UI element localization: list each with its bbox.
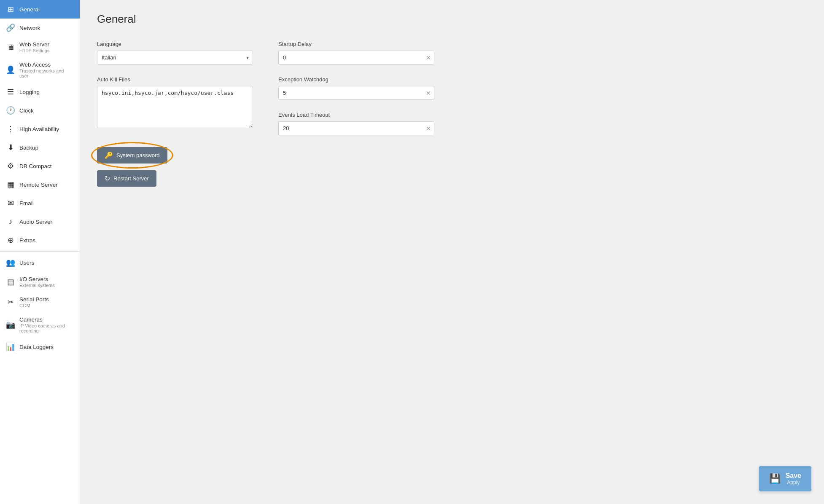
sidebar-item-label-cameras: Cameras bbox=[19, 316, 74, 323]
sidebar-item-label-clock: Clock bbox=[19, 107, 34, 114]
sidebar-item-audio-server[interactable]: ♪Audio Server bbox=[0, 212, 80, 231]
system-password-wrapper: 🔑 System password bbox=[97, 147, 167, 164]
startup-delay-input[interactable] bbox=[278, 51, 434, 64]
startup-delay-group: Startup Delay ✕ bbox=[278, 41, 434, 64]
sidebar-item-text-high-availability: High Availability bbox=[19, 126, 59, 132]
events-load-timeout-clear-button[interactable]: ✕ bbox=[426, 126, 431, 131]
sidebar-item-web-access[interactable]: 👤Web AccessTrusted networks and user bbox=[0, 57, 80, 83]
sidebar-item-label-data-loggers: Data Loggers bbox=[19, 344, 54, 350]
language-select[interactable]: ItalianEnglishGermanFrenchSpanish bbox=[97, 51, 253, 64]
startup-delay-clear-button[interactable]: ✕ bbox=[426, 55, 431, 61]
web-access-icon: 👤 bbox=[6, 65, 15, 75]
sidebar-item-label-web-access: Web Access bbox=[19, 62, 74, 68]
sidebar-item-label-web-server: Web Server bbox=[19, 41, 49, 48]
sidebar-item-label-audio-server: Audio Server bbox=[19, 219, 52, 225]
sidebar-item-text-backup: Backup bbox=[19, 145, 38, 151]
right-column: Exception Watchdog ✕ Events Load Timeout… bbox=[278, 76, 434, 135]
sidebar-item-high-availability[interactable]: ⋮High Availability bbox=[0, 120, 80, 138]
general-icon: ⊞ bbox=[6, 5, 15, 14]
settings-form: Language ItalianEnglishGermanFrenchSpani… bbox=[97, 41, 434, 135]
sidebar-item-serial-ports[interactable]: ✂Serial PortsCOM bbox=[0, 292, 80, 312]
backup-icon: ⬇ bbox=[6, 143, 15, 152]
sidebar-item-backup[interactable]: ⬇Backup bbox=[0, 138, 80, 157]
sidebar-item-text-db-compact: DB Compact bbox=[19, 163, 52, 169]
save-apply-text: Save Apply bbox=[786, 472, 801, 485]
sidebar-item-text-audio-server: Audio Server bbox=[19, 219, 52, 225]
restart-server-button[interactable]: ↻ Restart Server bbox=[97, 170, 156, 187]
save-icon: 💾 bbox=[769, 473, 781, 484]
save-apply-button[interactable]: 💾 Save Apply bbox=[759, 466, 811, 491]
sidebar-item-general[interactable]: ⊞General bbox=[0, 0, 80, 19]
sidebar-item-text-web-access: Web AccessTrusted networks and user bbox=[19, 62, 74, 78]
sidebar-item-db-compact[interactable]: ⚙DB Compact bbox=[0, 157, 80, 175]
sidebar-item-text-extras: Extras bbox=[19, 237, 35, 244]
restart-server-label: Restart Server bbox=[113, 175, 149, 182]
sidebar-item-label-io-servers: I/O Servers bbox=[19, 276, 55, 282]
sidebar-item-data-loggers[interactable]: 📊Data Loggers bbox=[0, 338, 80, 356]
sidebar-item-web-server[interactable]: 🖥Web ServerHTTP Settings bbox=[0, 37, 80, 57]
sidebar-item-remote-server[interactable]: ▦Remote Server bbox=[0, 175, 80, 194]
exception-watchdog-input[interactable] bbox=[278, 86, 434, 100]
events-load-timeout-input[interactable] bbox=[278, 121, 434, 135]
startup-delay-wrapper: ✕ bbox=[278, 51, 434, 64]
sidebar-item-cameras[interactable]: 📷CamerasIP Video cameras and recording bbox=[0, 312, 80, 338]
events-load-timeout-label: Events Load Timeout bbox=[278, 112, 434, 118]
remote-server-icon: ▦ bbox=[6, 180, 15, 189]
cameras-icon: 📷 bbox=[6, 320, 15, 330]
main-content: General Language ItalianEnglishGermanFre… bbox=[80, 0, 824, 504]
sidebar-item-text-web-server: Web ServerHTTP Settings bbox=[19, 41, 49, 53]
language-select-wrapper: ItalianEnglishGermanFrenchSpanish ▾ bbox=[97, 51, 253, 64]
sidebar-item-text-io-servers: I/O ServersExternal systems bbox=[19, 276, 55, 288]
sidebar-item-text-general: General bbox=[19, 6, 40, 13]
sidebar-item-email[interactable]: ✉Email bbox=[0, 194, 80, 212]
serial-ports-icon: ✂ bbox=[6, 298, 15, 307]
sidebar-item-text-cameras: CamerasIP Video cameras and recording bbox=[19, 316, 74, 333]
sidebar-item-label-backup: Backup bbox=[19, 145, 38, 151]
io-servers-icon: ▤ bbox=[6, 277, 15, 287]
extras-icon: ⊕ bbox=[6, 236, 15, 245]
sidebar-item-text-email: Email bbox=[19, 200, 34, 206]
system-password-button[interactable]: 🔑 System password bbox=[97, 147, 167, 164]
exception-watchdog-group: Exception Watchdog ✕ bbox=[278, 76, 434, 100]
events-load-timeout-wrapper: ✕ bbox=[278, 121, 434, 135]
sidebar-item-text-serial-ports: Serial PortsCOM bbox=[19, 296, 49, 308]
sidebar-item-network[interactable]: 🔗Network bbox=[0, 19, 80, 37]
network-icon: 🔗 bbox=[6, 23, 15, 32]
sidebar-item-sub-cameras: IP Video cameras and recording bbox=[19, 323, 74, 333]
sidebar-item-sub-io-servers: External systems bbox=[19, 283, 55, 288]
sidebar-item-label-email: Email bbox=[19, 200, 34, 206]
startup-delay-label: Startup Delay bbox=[278, 41, 434, 47]
sidebar-item-label-general: General bbox=[19, 6, 40, 13]
sidebar-item-sub-serial-ports: COM bbox=[19, 303, 49, 308]
page-title: General bbox=[97, 13, 807, 26]
exception-watchdog-wrapper: ✕ bbox=[278, 86, 434, 100]
sidebar-item-label-db-compact: DB Compact bbox=[19, 163, 52, 169]
sidebar-item-clock[interactable]: 🕐Clock bbox=[0, 101, 80, 120]
email-icon: ✉ bbox=[6, 198, 15, 208]
sidebar-item-users[interactable]: 👥Users bbox=[0, 253, 80, 272]
sidebar-item-label-serial-ports: Serial Ports bbox=[19, 296, 49, 303]
web-server-icon: 🖥 bbox=[6, 43, 15, 52]
logging-icon: ☰ bbox=[6, 87, 15, 97]
sidebar: ⊞General🔗Network🖥Web ServerHTTP Settings… bbox=[0, 0, 80, 504]
sidebar-item-sub-web-server: HTTP Settings bbox=[19, 48, 49, 53]
sidebar-divider bbox=[0, 251, 80, 252]
sidebar-item-label-users: Users bbox=[19, 260, 34, 266]
sidebar-item-extras[interactable]: ⊕Extras bbox=[0, 231, 80, 249]
save-label: Save bbox=[786, 472, 801, 480]
db-compact-icon: ⚙ bbox=[6, 161, 15, 171]
language-label: Language bbox=[97, 41, 253, 47]
high-availability-icon: ⋮ bbox=[6, 124, 15, 134]
sidebar-item-io-servers[interactable]: ▤I/O ServersExternal systems bbox=[0, 272, 80, 292]
apply-label: Apply bbox=[786, 480, 801, 485]
data-loggers-icon: 📊 bbox=[6, 342, 15, 351]
auto-kill-files-textarea[interactable] bbox=[97, 86, 253, 128]
exception-watchdog-clear-button[interactable]: ✕ bbox=[426, 90, 431, 96]
system-password-label: System password bbox=[116, 152, 160, 158]
sidebar-item-text-data-loggers: Data Loggers bbox=[19, 344, 54, 350]
sidebar-item-text-network: Network bbox=[19, 25, 40, 31]
events-load-timeout-group: Events Load Timeout ✕ bbox=[278, 112, 434, 135]
key-icon: 🔑 bbox=[105, 151, 113, 159]
sidebar-item-logging[interactable]: ☰Logging bbox=[0, 83, 80, 101]
exception-watchdog-label: Exception Watchdog bbox=[278, 76, 434, 83]
